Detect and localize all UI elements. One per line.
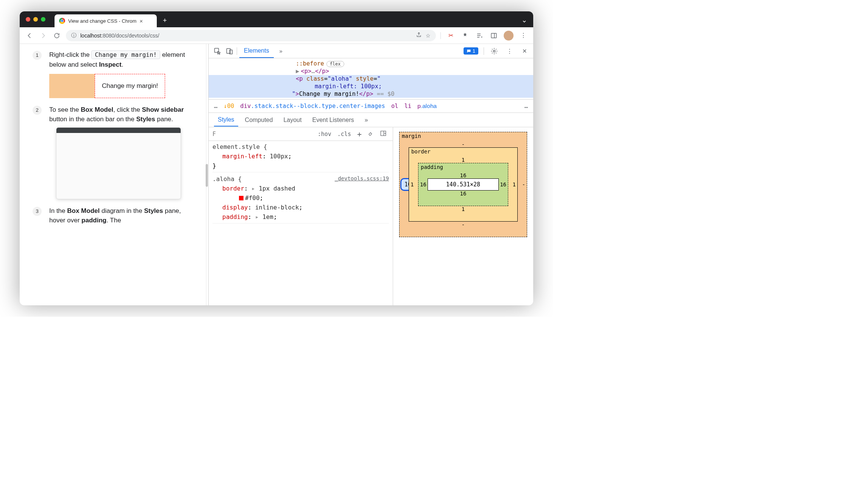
styles-filter-input[interactable]: [212, 131, 235, 138]
step-1: 1 Right-click the Change my margin! elem…: [33, 50, 197, 98]
device-toggle-icon[interactable]: [225, 46, 234, 56]
dom-breadcrumb[interactable]: … ↓00 div.stack.stack--block.type.center…: [209, 99, 533, 113]
inline-code: Change my margin!: [91, 50, 160, 59]
settings-gear-icon[interactable]: [489, 46, 499, 56]
color-swatch-icon[interactable]: [239, 196, 244, 200]
step-number: 1: [33, 51, 42, 60]
breadcrumb-item[interactable]: ol: [391, 103, 398, 109]
tab-styles[interactable]: Styles: [214, 114, 238, 127]
svg-rect-3: [227, 48, 231, 53]
close-window-icon[interactable]: [26, 17, 30, 22]
tab-elements[interactable]: Elements: [239, 44, 274, 58]
paint-brush-icon[interactable]: [365, 130, 376, 139]
favicon-icon: [59, 18, 65, 24]
tab-event-listeners[interactable]: Event Listeners: [308, 114, 358, 126]
box-model-content[interactable]: 140.531×28: [428, 178, 499, 191]
styles-body: :hov .cls + element.style { margin-left:…: [209, 127, 533, 305]
box-model-diagram[interactable]: margin - 100 - border 1 1 1 padding 16: [393, 127, 533, 305]
share-icon[interactable]: [416, 32, 422, 39]
back-button[interactable]: [25, 31, 34, 40]
demo-element[interactable]: Change my margin!: [95, 74, 165, 98]
reload-button[interactable]: [52, 31, 61, 40]
step-number: 2: [33, 106, 42, 115]
more-menu-icon[interactable]: ⋮: [504, 46, 514, 56]
styles-rules[interactable]: element.style { margin-left: 100px; } .a…: [209, 141, 393, 227]
browser-tab[interactable]: View and change CSS - Chrom ×: [55, 14, 157, 27]
close-devtools-icon[interactable]: ✕: [520, 46, 529, 56]
resize-handle[interactable]: [206, 44, 208, 305]
step-body: To see the Box Model, click the Show sid…: [49, 105, 197, 199]
breadcrumb-current[interactable]: p.aloha: [417, 103, 437, 109]
hov-toggle[interactable]: :hov: [315, 130, 334, 138]
margin-demo-box: Change my margin!: [49, 74, 165, 98]
forward-button: [39, 31, 48, 40]
devtools-panel: Elements » 1 ⋮ ✕ ⋯ ::beforeflex ▶<p>…</p…: [208, 44, 533, 305]
browser-window: View and change CSS - Chrom × + ⌄ ⓘ loca…: [20, 11, 533, 305]
profile-avatar[interactable]: [504, 31, 514, 41]
tab-close-icon[interactable]: ×: [139, 18, 143, 24]
flex-badge[interactable]: flex: [326, 61, 344, 67]
step-2: 2 To see the Box Model, click the Show s…: [33, 105, 197, 199]
styles-subtabs: Styles Computed Layout Event Listeners »: [209, 113, 533, 127]
source-link[interactable]: _devtools.scss:19: [335, 175, 389, 184]
url-text: localhost:8080/docs/devtools/css/: [80, 33, 159, 39]
bookmark-icon[interactable]: ☆: [426, 33, 431, 39]
divider: [484, 47, 484, 55]
tab-overflow-icon[interactable]: ⌄: [521, 16, 527, 24]
content-area: 1 Right-click the Change my margin! elem…: [20, 44, 533, 305]
divider: [440, 32, 441, 39]
svg-point-5: [493, 50, 495, 52]
new-tab-button[interactable]: +: [160, 15, 170, 26]
dom-tree[interactable]: ⋯ ::beforeflex ▶<p>…</p> <p class="aloha…: [209, 58, 533, 99]
messages-indicator[interactable]: 1: [464, 47, 478, 55]
more-subtabs-icon[interactable]: »: [361, 114, 372, 126]
traffic-lights: [26, 17, 45, 22]
side-panel-icon[interactable]: [489, 31, 498, 40]
cls-toggle[interactable]: .cls: [335, 130, 353, 138]
minimize-window-icon[interactable]: [33, 17, 38, 22]
more-tabs-icon[interactable]: »: [276, 46, 286, 56]
selected-dom-node[interactable]: <p class="aloha" style=": [209, 75, 533, 83]
style-rule: .aloha {_devtools.scss:19 border: ▸ 1px …: [212, 175, 389, 223]
inspect-element-icon[interactable]: [212, 46, 222, 56]
chrome-menu-icon[interactable]: ⋮: [519, 31, 528, 40]
sidebar-toggle-icon[interactable]: [378, 130, 389, 139]
divider: [237, 47, 237, 55]
step-body: Right-click the Change my margin! elemen…: [49, 50, 197, 98]
address-bar[interactable]: ⓘ localhost:8080/docs/devtools/css/ ☆: [66, 30, 436, 41]
devtools-tabs: Elements » 1 ⋮ ✕: [209, 44, 533, 58]
styles-rules-pane: :hov .cls + element.style { margin-left:…: [209, 127, 393, 305]
tab-title: View and change CSS - Chrom: [68, 18, 136, 24]
titlebar: View and change CSS - Chrom × + ⌄: [20, 11, 533, 27]
breadcrumb-item[interactable]: li: [404, 103, 412, 109]
tab-layout[interactable]: Layout: [279, 114, 305, 126]
add-rule-icon[interactable]: +: [355, 129, 364, 139]
tab-computed[interactable]: Computed: [241, 114, 277, 126]
reading-list-icon[interactable]: [475, 31, 484, 40]
breadcrumb-item[interactable]: div.stack.stack--block.type.center-image…: [240, 103, 385, 109]
step-number: 3: [33, 207, 42, 216]
box-model-border[interactable]: border 1 1 1 padding 16 16 16 140.531×28…: [409, 147, 518, 222]
svg-rect-0: [491, 33, 496, 38]
toolbar-actions: ✂ ⋮: [440, 31, 528, 41]
scissors-icon[interactable]: ✂: [446, 31, 455, 40]
screenshot-thumbnail: [56, 127, 181, 199]
maximize-window-icon[interactable]: [41, 17, 45, 22]
documentation-page: 1 Right-click the Change my margin! elem…: [20, 44, 206, 305]
step-3: 3 In the Box Model diagram in the Styles…: [33, 206, 197, 225]
styles-toolbar: :hov .cls +: [209, 127, 393, 141]
box-model-padding[interactable]: padding 16 16 16 140.531×28 16: [418, 163, 508, 206]
box-model-margin[interactable]: margin - 100 - border 1 1 1 padding 16: [399, 132, 527, 237]
browser-toolbar: ⓘ localhost:8080/docs/devtools/css/ ☆ ✂ …: [20, 27, 533, 44]
step-body: In the Box Model diagram in the Styles p…: [49, 206, 197, 225]
style-rule: element.style { margin-left: 100px; }: [212, 142, 389, 172]
extensions-icon[interactable]: [461, 31, 470, 40]
site-info-icon[interactable]: ⓘ: [71, 32, 76, 39]
